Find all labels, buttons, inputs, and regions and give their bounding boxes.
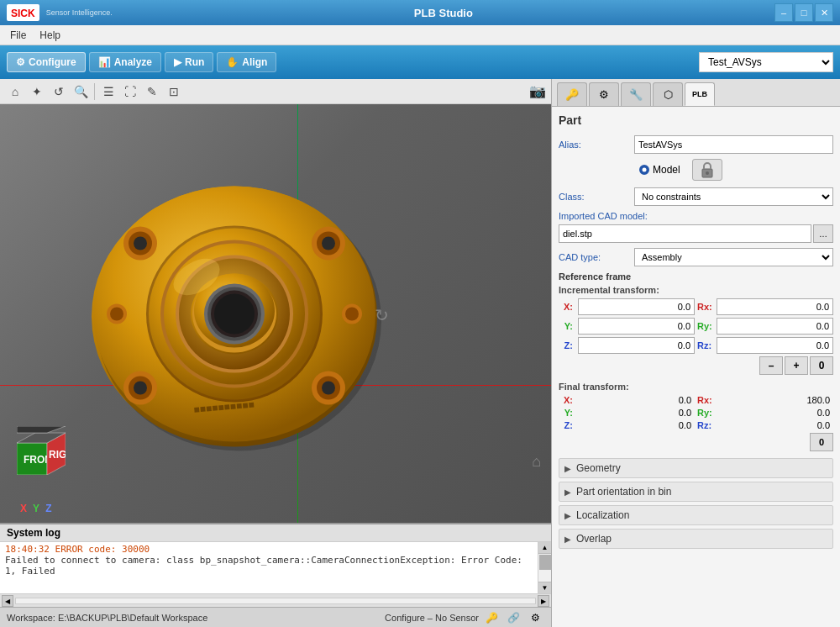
vp-move-btn[interactable]: ✦ [27,82,47,102]
inc-rx-input[interactable] [717,298,833,315]
svg-point-41 [706,171,709,175]
right-panel: 🔑 ⚙ 🔧 ⬡ PLB Part Alias: Model [551,79,840,627]
radio-dot [643,168,647,172]
final-x-row: X: 0.0 Rx: 180.0 [559,395,833,405]
increment-button[interactable]: + [785,356,808,375]
configure-button[interactable]: ⚙ Configure [7,52,86,72]
hscroll-left-btn[interactable]: ◀ [2,595,13,607]
cad-file-input[interactable] [559,224,811,243]
vp-camera-icon[interactable]: 📷 [529,83,546,99]
reset-button[interactable]: 0 [810,356,833,375]
status-key-icon[interactable]: 🔑 [482,609,501,626]
cad-type-select[interactable]: Assembly [634,248,833,266]
svg-point-8 [322,237,335,250]
vp-frame-btn[interactable]: ⛶ [120,82,140,102]
system-log-content[interactable]: 18:40:32 ERROR code: 30000 Failed to con… [0,542,538,593]
tab-key[interactable]: 🔑 [557,82,587,106]
window-controls: – □ ✕ [774,3,833,22]
vp-zoom-btn[interactable]: 🔍 [71,82,91,102]
scroll-up-btn[interactable]: ▲ [538,542,551,554]
final-zero-row: 0 [559,433,833,451]
final-z-label: Z: [559,420,575,430]
vp-rotate-btn[interactable]: ↺ [49,82,69,102]
vp-home-btn[interactable]: ⌂ [5,82,25,102]
svg-text:RIGHT: RIGHT [49,449,66,461]
hscroll-track[interactable] [15,598,536,604]
lock-button[interactable] [692,159,722,181]
transform-buttons: – + 0 [559,356,833,375]
menu-help[interactable]: Help [33,28,67,43]
vp-grid-btn[interactable]: ⊡ [164,82,184,102]
inc-y-input[interactable] [578,318,695,335]
final-x-label: X: [559,395,575,405]
tab-wrench[interactable]: 🔧 [621,82,651,106]
align-button[interactable]: ✋ Align [217,52,276,72]
log-line-2: Failed to connect to camera: class bp_sn… [5,555,522,577]
decrement-button[interactable]: – [759,356,783,375]
status-right: Configure – No Sensor 🔑 🔗 ⚙ [385,609,544,626]
inc-z-input[interactable] [578,337,695,354]
viewport-home-icon[interactable]: ⌂ [532,453,541,471]
alias-label: Alias: [559,140,634,150]
viewport-3d[interactable]: ■■■■■■■■■■ ↻ ⌂ FRONT RIGHT X [0,104,551,523]
minimize-button[interactable]: – [774,3,793,22]
ref-frame-label: Reference frame [559,271,833,282]
localization-header[interactable]: ▶ Localization [559,505,833,525]
close-button[interactable]: ✕ [815,3,833,22]
menu-file[interactable]: File [3,28,33,43]
inc-rz-input[interactable] [717,337,833,354]
radio-indicator [639,165,649,175]
inc-x-input[interactable] [578,298,695,315]
vp-list-btn[interactable]: ☰ [98,82,118,102]
hscroll-right-btn[interactable]: ▶ [538,595,549,607]
ry-axis-label: Ry: [697,321,714,331]
overlap-header[interactable]: ▶ Overlap [559,529,833,549]
title-bar: SICK Sensor Intelligence. PLB Studio – □… [0,0,840,25]
geometry-section: ▶ Geometry [559,458,833,478]
svg-point-14 [322,382,335,395]
cad-browse-button[interactable]: … [813,224,833,243]
model-radio-label: Model [653,164,680,176]
analyze-icon: 📊 [98,56,111,68]
localization-section: ▶ Localization [559,505,833,525]
geometry-arrow: ▶ [564,464,571,473]
part-svg: ■■■■■■■■■■ [66,153,419,472]
class-select[interactable]: No constraints [634,187,833,206]
orientation-header[interactable]: ▶ Part orientation in bin [559,482,833,502]
cad-type-row: CAD type: Assembly [559,248,833,266]
alias-input[interactable] [634,135,833,154]
scroll-down-btn[interactable]: ▼ [538,582,551,593]
sick-subtitle: Sensor Intelligence. [46,8,113,17]
cad-model-row: … [559,224,833,243]
right-panel-tabs: 🔑 ⚙ 🔧 ⬡ PLB [552,79,840,107]
svg-marker-39 [17,426,66,433]
cad-type-label: CAD type: [559,252,634,262]
vp-edit-btn[interactable]: ✎ [142,82,162,102]
run-icon: ▶ [174,56,181,68]
class-label: Class: [559,192,634,202]
svg-point-32 [345,308,359,321]
hscroll-bar: ◀ ▶ [0,593,551,607]
svg-point-11 [134,382,147,395]
analyze-button[interactable]: 📊 Analyze [89,52,161,72]
transform-z-row: Z: Rz: [559,337,833,354]
inc-ry-input[interactable] [717,318,833,335]
alias-row: Alias: [559,135,833,154]
model-radio[interactable]: Model [639,164,680,176]
tab-shape[interactable]: ⬡ [653,82,683,106]
workspace-select[interactable]: Test_AVSys [699,52,833,72]
final-z-value: 0.0 [578,420,695,430]
tab-plb[interactable]: PLB [685,82,715,106]
maximize-button[interactable]: □ [795,3,813,22]
run-button[interactable]: ▶ Run [165,52,213,72]
final-zero-button[interactable]: 0 [810,433,833,451]
class-row: Class: No constraints [559,187,833,206]
log-scrollbar[interactable]: ▲ ▼ [538,542,551,593]
orientation-cube[interactable]: FRONT RIGHT [17,426,63,472]
status-network-icon[interactable]: 🔗 [504,609,522,626]
tab-gear[interactable]: ⚙ [589,82,619,106]
orientation-section: ▶ Part orientation in bin [559,482,833,502]
configure-icon: ⚙ [16,56,25,68]
geometry-header[interactable]: ▶ Geometry [559,458,833,478]
status-settings-icon[interactable]: ⚙ [526,609,544,626]
